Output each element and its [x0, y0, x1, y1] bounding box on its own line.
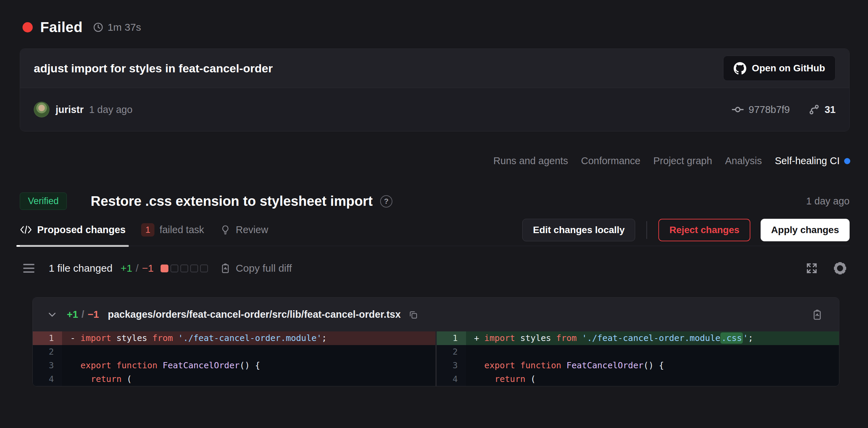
line-number: 4	[33, 372, 62, 386]
nav-item-analysis[interactable]: Analysis	[725, 155, 762, 167]
branch-icon	[808, 104, 820, 115]
file-stat-separator: /	[81, 309, 84, 320]
settings-button[interactable]	[834, 262, 846, 274]
nav-item-project-graph[interactable]: Project graph	[653, 155, 712, 167]
tab-review[interactable]: Review	[220, 221, 268, 239]
commit-card-info: juristr 1 day ago 9778b7f9 31	[20, 88, 849, 131]
tab-proposed-changes-label: Proposed changes	[37, 224, 125, 236]
new-feature-dot	[844, 158, 850, 164]
diff-line-left-4: 4 return (	[33, 372, 435, 386]
diff-block	[161, 265, 168, 272]
duration-text: 1m 37s	[107, 22, 141, 33]
diff-line-right-4: 4 return (	[437, 372, 839, 386]
diff-body: 1- import styles from './feat-cancel-ord…	[33, 331, 839, 386]
files-changed-label: 1 file changed	[49, 262, 113, 274]
open-on-github-label: Open on GitHub	[752, 63, 825, 74]
file-list-menu-icon[interactable]	[23, 264, 34, 273]
copy-file-diff-button[interactable]	[811, 309, 823, 321]
avatar[interactable]	[34, 102, 49, 117]
code-line: + import styles from './feat-cancel-orde…	[466, 331, 839, 345]
commit-card: adjust import for styles in feat-cancel-…	[20, 48, 850, 131]
fix-time: 1 day ago	[806, 196, 850, 207]
apply-changes-button[interactable]: Apply changes	[761, 219, 850, 241]
help-icon[interactable]: ?	[380, 195, 392, 208]
nav-item-self-healing-ci[interactable]: Self-healing CI	[775, 155, 850, 167]
diff-line-right-3: 3 export function FeatCancelOrder() {	[437, 359, 839, 372]
diff-toolbar-right	[805, 262, 846, 275]
code-line: - import styles from './feat-cancel-orde…	[62, 331, 435, 345]
chevron-down-icon[interactable]	[46, 309, 58, 320]
file-path: packages/orders/feat-cancel-order/src/li…	[108, 309, 401, 320]
tab-proposed-changes[interactable]: Proposed changes	[20, 221, 125, 239]
diff-card: +1 / −1 packages/orders/feat-cancel-orde…	[32, 297, 839, 386]
status-title: Failed	[40, 19, 83, 35]
status-header: Failed 1m 37s	[0, 0, 868, 35]
nav-item-label: Conformance	[581, 155, 640, 167]
deletions-count: −1	[142, 262, 153, 274]
commit-meta: 9778b7f9 31	[732, 103, 836, 116]
clock-icon	[93, 22, 104, 33]
line-number: 3	[33, 359, 62, 372]
diff-block	[200, 265, 208, 272]
fix-header: Verified Restore .css extension to style…	[20, 192, 850, 210]
edit-changes-locally-button[interactable]: Edit changes locally	[522, 219, 635, 241]
additions-count: +1	[121, 262, 132, 274]
diff-block	[180, 265, 188, 272]
tabs: Proposed changes 1 failed task Review	[20, 219, 268, 239]
diff-blocks-indicator	[161, 265, 208, 272]
expand-icon	[805, 262, 818, 275]
diff-pane-right: 1+ import styles from './feat-cancel-ord…	[437, 331, 839, 386]
actions: Edit changes locally Reject changes Appl…	[522, 219, 850, 241]
copy-path-button[interactable]	[408, 310, 418, 320]
line-number: 2	[33, 345, 62, 359]
branch-count[interactable]: 31	[825, 104, 836, 115]
author: juristr 1 day ago	[34, 102, 133, 117]
diff-line-right-1: 1+ import styles from './feat-cancel-ord…	[437, 331, 839, 345]
commit-title: adjust import for styles in feat-cancel-…	[34, 62, 273, 75]
line-number: 4	[437, 372, 466, 386]
clipboard-icon	[220, 262, 231, 274]
code-line: return (	[62, 372, 435, 386]
lightbulb-icon	[220, 224, 231, 235]
code-line: export function FeatCancelOrder() {	[466, 359, 839, 372]
tabs-strip: Proposed changes 1 failed task Review Ed…	[20, 219, 850, 246]
commit-time: 1 day ago	[89, 104, 132, 115]
nav-item-label: Analysis	[725, 155, 762, 167]
file-additions: +1	[67, 309, 78, 320]
copy-icon	[408, 310, 418, 320]
diff-block	[170, 265, 178, 272]
nav-item-label: Runs and agents	[493, 155, 568, 167]
fullscreen-button[interactable]	[805, 262, 818, 275]
tab-review-label: Review	[236, 224, 268, 236]
line-number: 1	[33, 331, 62, 345]
line-number: 2	[437, 345, 466, 359]
tab-failed-task[interactable]: 1 failed task	[141, 221, 204, 239]
file-header: +1 / −1 packages/orders/feat-cancel-orde…	[33, 298, 839, 331]
copy-full-diff-button[interactable]: Copy full diff	[220, 262, 292, 274]
code-line	[62, 345, 435, 359]
diff-pane-left: 1- import styles from './feat-cancel-ord…	[33, 331, 437, 386]
reject-changes-button[interactable]: Reject changes	[658, 219, 750, 241]
nav-item-label: Project graph	[653, 155, 712, 167]
verified-badge: Verified	[20, 192, 67, 210]
nav-item-label: Self-healing CI	[775, 155, 840, 167]
copy-full-diff-label: Copy full diff	[236, 262, 292, 274]
code-line	[466, 345, 839, 359]
nav-item-conformance[interactable]: Conformance	[581, 155, 640, 167]
line-number: 3	[437, 359, 466, 372]
commit-card-header: adjust import for styles in feat-cancel-…	[20, 49, 849, 88]
gear-icon	[834, 262, 846, 274]
diff-toolbar: 1 file changed +1 / −1 Copy full diff	[23, 262, 846, 275]
code-line: return (	[466, 372, 839, 386]
diff-line-left-3: 3 export function FeatCancelOrder() {	[33, 359, 435, 372]
file-stats: +1 / −1	[67, 309, 99, 320]
commit-hash[interactable]: 9778b7f9	[749, 104, 790, 115]
diff-line-right-2: 2	[437, 345, 839, 359]
page: Failed 1m 37s adjust import for styles i…	[0, 0, 868, 428]
open-on-github-button[interactable]: Open on GitHub	[723, 56, 836, 81]
author-name[interactable]: juristr	[56, 104, 84, 115]
nav-item-runs-and-agents[interactable]: Runs and agents	[493, 155, 568, 167]
stat-separator: /	[136, 262, 138, 274]
diff-block	[190, 265, 198, 272]
line-number: 1	[437, 331, 466, 345]
